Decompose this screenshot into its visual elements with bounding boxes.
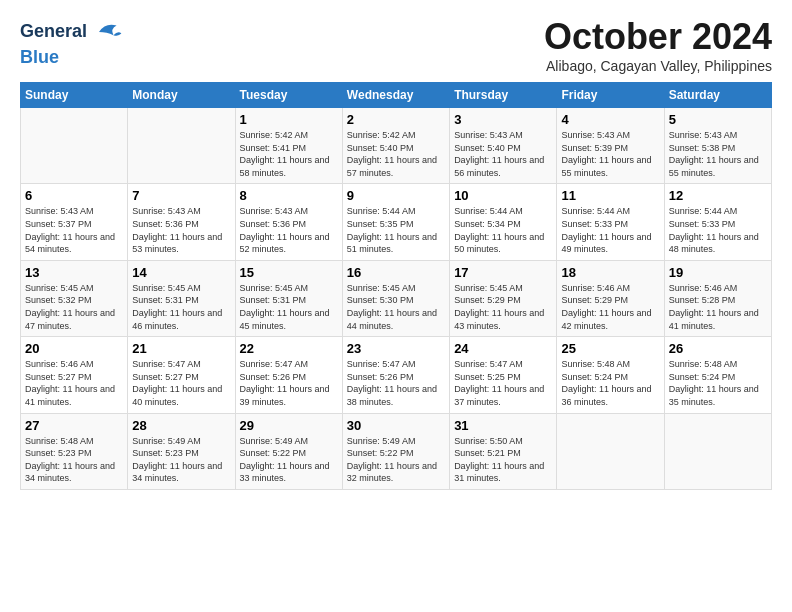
day-detail: Sunrise: 5:42 AMSunset: 5:40 PMDaylight:… xyxy=(347,129,445,179)
day-detail: Sunrise: 5:47 AMSunset: 5:27 PMDaylight:… xyxy=(132,358,230,408)
day-detail: Sunrise: 5:49 AMSunset: 5:23 PMDaylight:… xyxy=(132,435,230,485)
day-detail: Sunrise: 5:43 AMSunset: 5:38 PMDaylight:… xyxy=(669,129,767,179)
day-detail: Sunrise: 5:44 AMSunset: 5:35 PMDaylight:… xyxy=(347,205,445,255)
day-cell: 20Sunrise: 5:46 AMSunset: 5:27 PMDayligh… xyxy=(21,337,128,413)
day-detail: Sunrise: 5:44 AMSunset: 5:33 PMDaylight:… xyxy=(669,205,767,255)
day-number: 14 xyxy=(132,265,230,280)
day-cell: 25Sunrise: 5:48 AMSunset: 5:24 PMDayligh… xyxy=(557,337,664,413)
day-cell: 15Sunrise: 5:45 AMSunset: 5:31 PMDayligh… xyxy=(235,260,342,336)
page: General Blue October 2024 Alibago, Cagay… xyxy=(0,0,792,506)
day-cell: 26Sunrise: 5:48 AMSunset: 5:24 PMDayligh… xyxy=(664,337,771,413)
logo-blue: Blue xyxy=(20,47,59,67)
col-wednesday: Wednesday xyxy=(342,83,449,108)
day-number: 27 xyxy=(25,418,123,433)
day-detail: Sunrise: 5:44 AMSunset: 5:34 PMDaylight:… xyxy=(454,205,552,255)
day-cell: 8Sunrise: 5:43 AMSunset: 5:36 PMDaylight… xyxy=(235,184,342,260)
day-detail: Sunrise: 5:49 AMSunset: 5:22 PMDaylight:… xyxy=(347,435,445,485)
day-number: 29 xyxy=(240,418,338,433)
day-cell: 7Sunrise: 5:43 AMSunset: 5:36 PMDaylight… xyxy=(128,184,235,260)
day-detail: Sunrise: 5:48 AMSunset: 5:23 PMDaylight:… xyxy=(25,435,123,485)
day-number: 6 xyxy=(25,188,123,203)
day-detail: Sunrise: 5:44 AMSunset: 5:33 PMDaylight:… xyxy=(561,205,659,255)
day-number: 1 xyxy=(240,112,338,127)
col-thursday: Thursday xyxy=(450,83,557,108)
day-number: 18 xyxy=(561,265,659,280)
logo: General Blue xyxy=(20,16,123,68)
day-detail: Sunrise: 5:45 AMSunset: 5:29 PMDaylight:… xyxy=(454,282,552,332)
day-cell: 13Sunrise: 5:45 AMSunset: 5:32 PMDayligh… xyxy=(21,260,128,336)
day-cell: 29Sunrise: 5:49 AMSunset: 5:22 PMDayligh… xyxy=(235,413,342,489)
day-cell: 5Sunrise: 5:43 AMSunset: 5:38 PMDaylight… xyxy=(664,108,771,184)
day-detail: Sunrise: 5:43 AMSunset: 5:39 PMDaylight:… xyxy=(561,129,659,179)
day-number: 19 xyxy=(669,265,767,280)
day-detail: Sunrise: 5:48 AMSunset: 5:24 PMDaylight:… xyxy=(669,358,767,408)
day-detail: Sunrise: 5:45 AMSunset: 5:31 PMDaylight:… xyxy=(132,282,230,332)
day-number: 24 xyxy=(454,341,552,356)
header: General Blue October 2024 Alibago, Cagay… xyxy=(20,16,772,74)
day-detail: Sunrise: 5:46 AMSunset: 5:28 PMDaylight:… xyxy=(669,282,767,332)
day-detail: Sunrise: 5:49 AMSunset: 5:22 PMDaylight:… xyxy=(240,435,338,485)
day-detail: Sunrise: 5:46 AMSunset: 5:27 PMDaylight:… xyxy=(25,358,123,408)
day-cell: 16Sunrise: 5:45 AMSunset: 5:30 PMDayligh… xyxy=(342,260,449,336)
header-row: SundayMondayTuesdayWednesdayThursdayFrid… xyxy=(21,83,772,108)
day-detail: Sunrise: 5:50 AMSunset: 5:21 PMDaylight:… xyxy=(454,435,552,485)
day-cell: 24Sunrise: 5:47 AMSunset: 5:25 PMDayligh… xyxy=(450,337,557,413)
day-detail: Sunrise: 5:43 AMSunset: 5:36 PMDaylight:… xyxy=(132,205,230,255)
day-cell: 3Sunrise: 5:43 AMSunset: 5:40 PMDaylight… xyxy=(450,108,557,184)
day-cell: 30Sunrise: 5:49 AMSunset: 5:22 PMDayligh… xyxy=(342,413,449,489)
day-cell: 18Sunrise: 5:46 AMSunset: 5:29 PMDayligh… xyxy=(557,260,664,336)
month-title: October 2024 xyxy=(544,16,772,58)
day-number: 3 xyxy=(454,112,552,127)
day-number: 5 xyxy=(669,112,767,127)
day-cell: 9Sunrise: 5:44 AMSunset: 5:35 PMDaylight… xyxy=(342,184,449,260)
day-detail: Sunrise: 5:47 AMSunset: 5:26 PMDaylight:… xyxy=(240,358,338,408)
title-area: October 2024 Alibago, Cagayan Valley, Ph… xyxy=(544,16,772,74)
day-cell: 11Sunrise: 5:44 AMSunset: 5:33 PMDayligh… xyxy=(557,184,664,260)
day-number: 31 xyxy=(454,418,552,433)
day-cell: 4Sunrise: 5:43 AMSunset: 5:39 PMDaylight… xyxy=(557,108,664,184)
day-cell: 23Sunrise: 5:47 AMSunset: 5:26 PMDayligh… xyxy=(342,337,449,413)
day-cell xyxy=(21,108,128,184)
week-row-1: 1Sunrise: 5:42 AMSunset: 5:41 PMDaylight… xyxy=(21,108,772,184)
day-detail: Sunrise: 5:43 AMSunset: 5:36 PMDaylight:… xyxy=(240,205,338,255)
day-cell: 27Sunrise: 5:48 AMSunset: 5:23 PMDayligh… xyxy=(21,413,128,489)
day-number: 13 xyxy=(25,265,123,280)
day-number: 25 xyxy=(561,341,659,356)
day-cell: 21Sunrise: 5:47 AMSunset: 5:27 PMDayligh… xyxy=(128,337,235,413)
day-number: 2 xyxy=(347,112,445,127)
day-number: 15 xyxy=(240,265,338,280)
col-saturday: Saturday xyxy=(664,83,771,108)
day-detail: Sunrise: 5:43 AMSunset: 5:40 PMDaylight:… xyxy=(454,129,552,179)
day-number: 8 xyxy=(240,188,338,203)
day-cell xyxy=(664,413,771,489)
day-cell: 2Sunrise: 5:42 AMSunset: 5:40 PMDaylight… xyxy=(342,108,449,184)
day-cell xyxy=(128,108,235,184)
day-cell: 10Sunrise: 5:44 AMSunset: 5:34 PMDayligh… xyxy=(450,184,557,260)
day-number: 7 xyxy=(132,188,230,203)
day-detail: Sunrise: 5:46 AMSunset: 5:29 PMDaylight:… xyxy=(561,282,659,332)
day-cell: 14Sunrise: 5:45 AMSunset: 5:31 PMDayligh… xyxy=(128,260,235,336)
day-cell: 6Sunrise: 5:43 AMSunset: 5:37 PMDaylight… xyxy=(21,184,128,260)
day-number: 21 xyxy=(132,341,230,356)
day-number: 9 xyxy=(347,188,445,203)
week-row-2: 6Sunrise: 5:43 AMSunset: 5:37 PMDaylight… xyxy=(21,184,772,260)
col-monday: Monday xyxy=(128,83,235,108)
subtitle: Alibago, Cagayan Valley, Philippines xyxy=(544,58,772,74)
day-number: 26 xyxy=(669,341,767,356)
day-number: 22 xyxy=(240,341,338,356)
day-detail: Sunrise: 5:45 AMSunset: 5:32 PMDaylight:… xyxy=(25,282,123,332)
logo-bird-icon xyxy=(91,16,123,48)
day-number: 4 xyxy=(561,112,659,127)
day-cell: 28Sunrise: 5:49 AMSunset: 5:23 PMDayligh… xyxy=(128,413,235,489)
day-detail: Sunrise: 5:48 AMSunset: 5:24 PMDaylight:… xyxy=(561,358,659,408)
day-number: 20 xyxy=(25,341,123,356)
week-row-5: 27Sunrise: 5:48 AMSunset: 5:23 PMDayligh… xyxy=(21,413,772,489)
day-cell xyxy=(557,413,664,489)
day-cell: 19Sunrise: 5:46 AMSunset: 5:28 PMDayligh… xyxy=(664,260,771,336)
day-number: 23 xyxy=(347,341,445,356)
day-number: 11 xyxy=(561,188,659,203)
day-detail: Sunrise: 5:45 AMSunset: 5:31 PMDaylight:… xyxy=(240,282,338,332)
col-sunday: Sunday xyxy=(21,83,128,108)
day-detail: Sunrise: 5:47 AMSunset: 5:26 PMDaylight:… xyxy=(347,358,445,408)
day-number: 28 xyxy=(132,418,230,433)
